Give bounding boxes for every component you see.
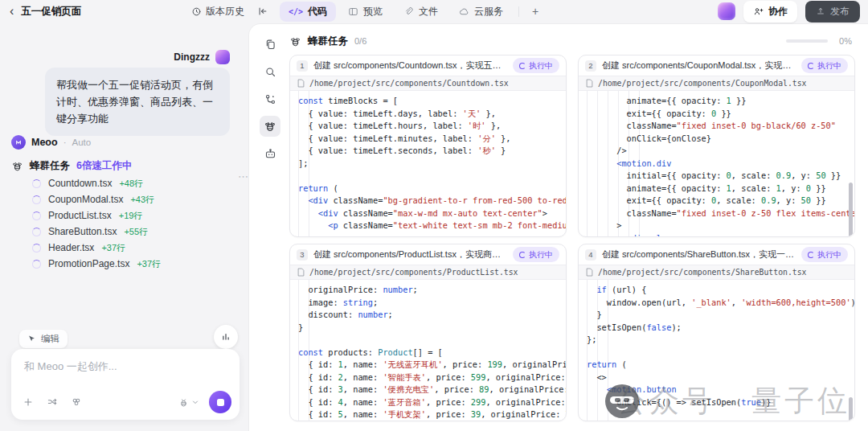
task-added-lines: +37行: [101, 242, 125, 254]
code-block[interactable]: animate={{ opacity: 1 }} exit={{ opacity…: [579, 91, 854, 236]
executing-spinner-icon: [808, 63, 814, 69]
task-list: Countdown.tsx+48行CouponModal.tsx+43行Prod…: [32, 175, 241, 272]
stop-icon: [217, 399, 224, 406]
progress-percent: 0%: [839, 36, 852, 46]
task-file-name: Header.tsx: [48, 242, 94, 253]
code-block[interactable]: const timeBlocks = [ { value: timeLeft.d…: [290, 91, 566, 236]
file-path: /home/project/src/components/Countdown.t…: [290, 76, 566, 91]
mode-selector[interactable]: [178, 397, 199, 408]
card-header: 1创建 src/components/Countdown.tsx，实现五一促销倒…: [290, 55, 566, 76]
task-group-title: 蜂群任务: [30, 159, 70, 173]
task-added-lines: +55行: [124, 226, 148, 238]
assistant-mode: Auto: [72, 138, 91, 147]
preview-icon: [348, 6, 358, 17]
progress-count: 0/6: [354, 36, 366, 46]
tab-files[interactable]: 文件: [395, 2, 447, 22]
file-path: /home/project/src/components/ProductList…: [290, 265, 566, 280]
main-panel: 蜂群任务 0/6 0% 1创建 src/components/Countdown…: [249, 24, 868, 431]
stop-generation-button[interactable]: [209, 391, 231, 413]
person-add-icon: [753, 6, 764, 17]
pages-copy-icon[interactable]: [260, 34, 280, 55]
edit-mode-chip[interactable]: 编辑: [19, 330, 68, 348]
task-spinner-icon: [32, 211, 41, 220]
assistant-name: Meoo: [31, 137, 58, 148]
task-card: 3创建 src/components/ProductList.tsx，实现商品列…: [289, 244, 567, 421]
chat-sidebar: Dingzzz 帮我做一个五一促销活动页，有倒计时、优惠券弹窗、商品列表、一键分…: [0, 23, 251, 431]
back-icon[interactable]: ‹: [10, 5, 14, 18]
status-badge: 执行中: [513, 58, 559, 73]
publish-button[interactable]: 发布: [805, 1, 860, 23]
composer: [11, 349, 240, 420]
task-added-lines: +43行: [130, 194, 154, 206]
user-message: 帮我做一个五一促销活动页，有倒计时、优惠券弹窗、商品列表、一键分享功能: [45, 68, 230, 136]
cursor-icon: [27, 335, 36, 343]
file-path: /home/project/src/components/CouponModal…: [579, 76, 854, 91]
user-avatar[interactable]: [718, 2, 735, 20]
skills-icon[interactable]: [71, 396, 82, 408]
scrollbar[interactable]: [849, 183, 853, 236]
collapse-panel-icon[interactable]: [257, 0, 268, 23]
assistant-avatar: [11, 135, 26, 150]
task-item[interactable]: ProductList.tsx+19行: [32, 207, 241, 224]
task-item[interactable]: PromotionPage.tsx+37行: [32, 256, 241, 272]
task-file-name: PromotionPage.tsx: [48, 258, 129, 269]
code-block[interactable]: originalPrice: number; image: string; di…: [290, 280, 566, 421]
swarm-task-group[interactable]: 蜂群任务 6倍速工作中: [11, 159, 132, 173]
swarm-header: 蜂群任务 0/6 0%: [289, 33, 852, 49]
task-added-lines: +48行: [119, 178, 143, 190]
task-item[interactable]: Header.tsx+37行: [32, 240, 241, 256]
executing-spinner-icon: [519, 252, 526, 258]
bee-mini-icon: [178, 397, 189, 408]
card-header: 4创建 src/components/ShareButton.tsx，实现一键分…: [579, 244, 854, 265]
task-file-name: ShareButton.tsx: [48, 226, 117, 237]
task-file-name: ProductList.tsx: [48, 210, 112, 221]
file-icon: [586, 268, 593, 277]
task-cards-grid: 1创建 src/components/Countdown.tsx，实现五一促销倒…: [289, 55, 855, 421]
file-icon: [297, 268, 305, 277]
task-item[interactable]: ShareButton.tsx+55行: [32, 224, 241, 240]
task-card: 4创建 src/components/ShareButton.tsx，实现一键分…: [578, 244, 855, 421]
attach-plus-icon[interactable]: [23, 396, 34, 408]
task-added-lines: +37行: [137, 258, 161, 270]
task-spinner-icon: [32, 260, 41, 269]
add-tab-button[interactable]: +: [526, 5, 545, 18]
more-options-icon[interactable]: ⋯: [238, 170, 249, 183]
card-index: 4: [585, 249, 596, 261]
topbar: ‹ 五一促销页面 版本历史 </> 代码 预览 文件 云服务 + 协作: [0, 0, 868, 23]
search-icon[interactable]: [260, 61, 280, 82]
workflow-icon[interactable]: [260, 88, 280, 109]
robot-icon[interactable]: [260, 143, 280, 164]
tab-code[interactable]: </> 代码: [280, 2, 336, 22]
tab-cloud-services[interactable]: 云服务: [450, 2, 512, 22]
tab-preview[interactable]: 预览: [339, 2, 391, 22]
swarm-title: 蜂群任务: [308, 35, 348, 48]
history-clock-icon: [191, 6, 202, 17]
artifact-preview-button[interactable]: [214, 325, 238, 349]
card-index: 1: [297, 60, 308, 72]
task-item[interactable]: Countdown.tsx+48行: [32, 175, 241, 191]
version-history-button[interactable]: 版本历史: [191, 0, 244, 23]
cloud-icon: [459, 6, 469, 17]
card-index: 2: [585, 60, 596, 72]
progress-bar: [786, 39, 828, 43]
shuffle-icon[interactable]: [47, 396, 58, 408]
card-title: 创建 src/components/CouponModal.tsx，实现优惠券弹…: [602, 60, 796, 72]
card-title: 创建 src/components/Countdown.tsx，实现五一促销倒计…: [313, 60, 507, 72]
task-spinner-icon: [32, 228, 41, 236]
file-path: /home/project/src/components/ShareButton…: [579, 265, 854, 280]
code-icon: </>: [289, 7, 303, 16]
swarm-tasks-icon[interactable]: [260, 116, 280, 137]
scrollbar[interactable]: [849, 397, 853, 421]
task-file-name: Countdown.tsx: [48, 178, 112, 189]
assistant-row: Meoo · Auto: [11, 135, 91, 150]
composer-input[interactable]: [11, 349, 240, 384]
code-block[interactable]: if (url) { window.open(url, '_blank', 'w…: [579, 280, 854, 421]
chevron-down-icon: [191, 398, 199, 406]
tool-rail: [255, 34, 285, 164]
executing-spinner-icon: [808, 252, 814, 258]
card-title: 创建 src/components/ProductList.tsx，实现商品列表…: [313, 248, 507, 261]
collaborate-button[interactable]: 协作: [743, 1, 797, 23]
page-title: 五一促销页面: [21, 5, 81, 18]
executing-spinner-icon: [519, 63, 526, 69]
task-item[interactable]: CouponModal.tsx+43行: [32, 191, 241, 207]
